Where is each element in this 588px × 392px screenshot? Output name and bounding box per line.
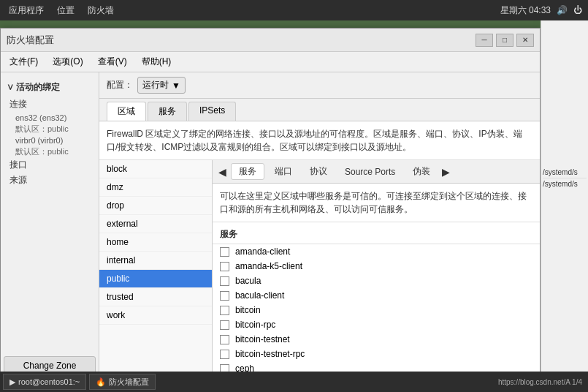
service-label-amanda-client: amanda-client bbox=[235, 246, 290, 257]
service-item-bitcoin-testnet-rpc[interactable]: bitcoin-testnet-rpc bbox=[213, 347, 540, 361]
service-checkbox-bitcoin-rpc[interactable] bbox=[220, 320, 229, 330]
sidebar-ens32-default: 默认区：public bbox=[7, 124, 96, 135]
service-label-amanda-k5-client: amanda-k5-client bbox=[235, 261, 302, 271]
services-subtab-source-ports[interactable]: Source Ports bbox=[337, 165, 402, 178]
menu-bar: 文件(F) 选项(O) 查看(V) 帮助(H) bbox=[1, 52, 540, 72]
zone-services-area: blockdmzdropexternalhomeinternalpublictr… bbox=[99, 160, 540, 384]
services-subtab-port[interactable]: 端口 bbox=[267, 164, 299, 179]
tab-services[interactable]: 服务 bbox=[148, 102, 187, 121]
sidebar-virbr0[interactable]: virbr0 (virbr0) bbox=[7, 135, 96, 146]
zone-item-dmz[interactable]: dmz bbox=[99, 178, 212, 197]
bottom-taskbar: ▶ root@centos01:~ 🔥 防火墙配置 https://blog.c… bbox=[0, 372, 588, 392]
tabs-bar: 区域 服务 IPSets bbox=[99, 99, 540, 121]
service-label-bacula: bacula bbox=[235, 276, 261, 286]
service-checkbox-amanda-client[interactable] bbox=[220, 247, 229, 257]
service-item-amanda-client[interactable]: amanda-client bbox=[213, 244, 540, 259]
nav-next-arrow[interactable]: ▶ bbox=[440, 166, 451, 178]
zone-item-block[interactable]: block bbox=[99, 160, 212, 178]
firewall-taskbar-btn[interactable]: 🔥 防火墙配置 bbox=[89, 374, 156, 390]
sidebar-ens32[interactable]: ens32 (ens32) bbox=[7, 112, 96, 124]
chevron-down-icon: ∨ bbox=[7, 82, 16, 92]
firewall-taskbar-label: 防火墙配置 bbox=[109, 377, 149, 388]
maximize-button[interactable]: □ bbox=[496, 34, 513, 47]
systemd-entry-1: /systemd/s bbox=[543, 167, 587, 178]
top-taskbar: 应用程序 位置 防火墙 星期六 04:33 🔊 ⏻ bbox=[0, 0, 588, 20]
taskbar-url: https://blog.csdn.net/A 1/4 bbox=[498, 378, 585, 386]
services-nav: ◀ 服务 端口 协议 Source Ports 伪装 ▶ bbox=[213, 160, 540, 184]
sidebar-virbr0-default: 默认区：public bbox=[7, 146, 96, 157]
volume-icon[interactable]: 🔊 bbox=[557, 5, 568, 15]
right-panel: 配置： 运行时 ▼ 区域 服务 IPSets FirewallD 区域定义了绑定… bbox=[99, 72, 540, 384]
menu-help[interactable]: 帮助(H) bbox=[136, 53, 177, 70]
sidebar-connection-label: 连接 bbox=[7, 97, 96, 112]
services-subtab-services[interactable]: 服务 bbox=[231, 163, 264, 180]
services-description: 可以在这里定义区域中哪些服务是可信的。可连接至绑定到这个区域的连接、接口和源的所… bbox=[213, 184, 540, 222]
service-label-bitcoin: bitcoin bbox=[235, 305, 261, 315]
runtime-label: 运行时 bbox=[142, 79, 169, 91]
zone-item-trusted[interactable]: trusted bbox=[99, 288, 212, 306]
service-checkbox-bacula[interactable] bbox=[220, 276, 229, 286]
service-checkbox-bitcoin-testnet-rpc[interactable] bbox=[220, 350, 229, 359]
sidebar-interface-label: 接口 bbox=[7, 157, 96, 173]
zone-item-work[interactable]: work bbox=[99, 306, 212, 325]
service-checkbox-bitcoin-testnet[interactable] bbox=[220, 335, 229, 344]
desktop: 防火墙配置 ─ □ ✕ 文件(F) 选项(O) 查看(V) 帮助(H) ∨ 活动… bbox=[0, 20, 588, 392]
window-title: 防火墙配置 bbox=[7, 34, 54, 47]
power-icon[interactable]: ⏻ bbox=[573, 5, 582, 15]
menu-options[interactable]: 选项(O) bbox=[47, 53, 88, 70]
service-item-bitcoin-testnet[interactable]: bitcoin-testnet bbox=[213, 332, 540, 347]
content-area: ∨ 活动的绑定 连接 ens32 (ens32) 默认区：public virb… bbox=[1, 72, 540, 384]
taskbar-apps[interactable]: 应用程序 bbox=[6, 3, 47, 18]
services-subtab-masquerade[interactable]: 伪装 bbox=[405, 164, 438, 179]
zone-item-drop[interactable]: drop bbox=[99, 197, 212, 215]
service-label-bitcoin-testnet: bitcoin-testnet bbox=[235, 334, 290, 344]
datetime: 星期六 04:33 bbox=[500, 4, 551, 17]
dropdown-arrow-icon: ▼ bbox=[172, 80, 180, 91]
config-label: 配置： bbox=[107, 79, 133, 91]
services-subtab-protocol[interactable]: 协议 bbox=[302, 164, 335, 179]
runtime-dropdown[interactable]: 运行时 ▼ bbox=[137, 77, 186, 94]
zone-item-external[interactable]: external bbox=[99, 215, 212, 233]
zone-item-internal[interactable]: internal bbox=[99, 252, 212, 270]
menu-file[interactable]: 文件(F) bbox=[4, 53, 44, 70]
title-bar: 防火墙配置 ─ □ ✕ bbox=[1, 29, 540, 52]
service-checkbox-amanda-k5-client[interactable] bbox=[220, 262, 229, 271]
firewall-config-window: 防火墙配置 ─ □ ✕ 文件(F) 选项(O) 查看(V) 帮助(H) ∨ 活动… bbox=[0, 28, 541, 385]
firewall-taskbar-icon: 🔥 bbox=[96, 377, 106, 387]
minimize-button[interactable]: ─ bbox=[476, 34, 493, 47]
active-bindings-label: ∨ 活动的绑定 bbox=[4, 78, 96, 95]
service-label-bitcoin-rpc: bitcoin-rpc bbox=[235, 320, 275, 330]
window-controls: ─ □ ✕ bbox=[476, 34, 534, 47]
zone-description: FirewallD 区域定义了绑定的网络连接、接口以及源地址的可信程度。区域是服… bbox=[99, 121, 540, 160]
taskbar-right: 星期六 04:33 🔊 ⏻ bbox=[500, 4, 582, 17]
zone-list: blockdmzdropexternalhomeinternalpublictr… bbox=[99, 160, 213, 384]
service-item-bitcoin[interactable]: bitcoin bbox=[213, 303, 540, 317]
menu-view[interactable]: 查看(V) bbox=[92, 53, 133, 70]
service-checkbox-bitcoin[interactable] bbox=[220, 306, 229, 315]
systemd-entry-2: /systemd/s bbox=[543, 178, 587, 189]
close-button[interactable]: ✕ bbox=[516, 34, 534, 47]
nav-prev-arrow[interactable]: ◀ bbox=[217, 166, 228, 178]
service-checkbox-bacula-client[interactable] bbox=[220, 291, 229, 301]
service-label-bacula-client: bacula-client bbox=[235, 290, 284, 301]
service-item-bitcoin-rpc[interactable]: bitcoin-rpc bbox=[213, 317, 540, 332]
services-panel: ◀ 服务 端口 协议 Source Ports 伪装 ▶ 可以在这里定义区域中哪… bbox=[213, 160, 540, 384]
sidebar-source-label: 来源 bbox=[7, 173, 96, 188]
zone-item-home[interactable]: home bbox=[99, 233, 212, 252]
service-item-amanda-k5-client[interactable]: amanda-k5-client bbox=[213, 259, 540, 274]
terminal-label: root@centos01:~ bbox=[18, 377, 80, 386]
terminal-taskbar-btn[interactable]: ▶ root@centos01:~ bbox=[3, 374, 86, 390]
service-item-bacula[interactable]: bacula bbox=[213, 274, 540, 288]
taskbar-places[interactable]: 位置 bbox=[54, 3, 77, 18]
taskbar-firewall[interactable]: 防火墙 bbox=[85, 3, 117, 18]
sidebar: ∨ 活动的绑定 连接 ens32 (ens32) 默认区：public virb… bbox=[1, 72, 99, 384]
zone-item-public[interactable]: public bbox=[99, 270, 212, 288]
taskbar-left: 应用程序 位置 防火墙 bbox=[6, 3, 117, 18]
services-list-area: 服务 amanda-clientamanda-k5-clientbaculaba… bbox=[213, 222, 540, 384]
service-label-bitcoin-testnet-rpc: bitcoin-testnet-rpc bbox=[235, 349, 305, 359]
config-bar: 配置： 运行时 ▼ bbox=[99, 72, 540, 99]
services-list-header: 服务 bbox=[213, 225, 540, 244]
tab-zones[interactable]: 区域 bbox=[107, 102, 146, 121]
tab-ipsets[interactable]: IPSets bbox=[188, 102, 236, 121]
service-item-bacula-client[interactable]: bacula-client bbox=[213, 288, 540, 303]
